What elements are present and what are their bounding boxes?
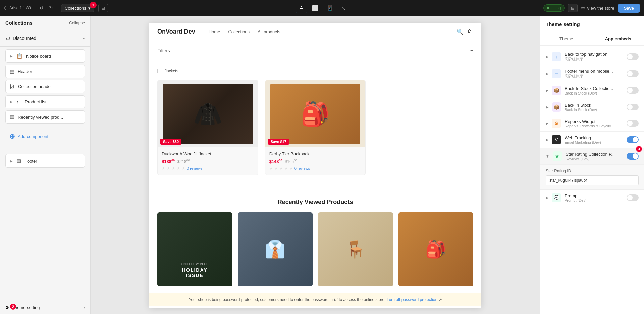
embed-expand-icon: ▼	[546, 154, 549, 158]
cart-nav-icon[interactable]: 🛍	[468, 28, 473, 35]
filters-toggle[interactable]: −	[470, 48, 473, 54]
discounted-chevron-icon: ▾	[83, 36, 85, 41]
prompt-icon: 💬	[552, 193, 561, 202]
star-rating-id-label: Star Rating ID	[546, 169, 639, 173]
nav-link-home[interactable]: Home	[209, 29, 220, 34]
footer-menu-mobile-icon: ☰	[552, 69, 561, 78]
sidebar-item-notice-board[interactable]: ▶ 📋 Notice board	[5, 49, 85, 63]
sidebar-items: ▶ 📋 Notice board ▤ Header 🖼 Collection h…	[0, 47, 90, 126]
recent-card-4[interactable]: 🎒	[398, 212, 474, 286]
recently-viewed-label: Recently viewed prod...	[18, 115, 63, 120]
product-price-2: $14800 $16500	[269, 159, 362, 164]
right-panel: Theme setting Theme App embeds ▶ ↑ Back …	[540, 16, 644, 314]
notice-board-icon: 📋	[16, 53, 23, 59]
sidebar-item-header[interactable]: ▤ Header	[5, 65, 85, 78]
discounted-header[interactable]: 🏷 Discounted ▾	[5, 34, 85, 43]
star5: ★	[182, 166, 185, 171]
save-button[interactable]: Save	[618, 4, 640, 13]
embed-star-rating-text: Star Rating Collection P... Reviews (Dev…	[566, 152, 623, 161]
add-icon: ⊕	[9, 132, 15, 140]
undo-button[interactable]: ↺	[38, 4, 46, 12]
embed-expand-icon: ▶	[546, 121, 548, 126]
collection-header-icon: 🖼	[10, 84, 15, 89]
tab-app-embeds[interactable]: App embeds	[592, 33, 644, 45]
recent-card-3[interactable]: 🪑	[318, 212, 393, 286]
back-in-stock-collection-toggle[interactable]	[627, 87, 639, 94]
app-icon: ⬡	[4, 6, 7, 10]
product-image-2: Save $17	[265, 80, 366, 147]
theme-setting-button[interactable]: ⚙ 2 Theme setting ›	[0, 301, 90, 314]
reperks-toggle[interactable]	[627, 120, 639, 127]
embed-expand-icon: ▶	[546, 72, 548, 76]
sidebar-item-recently-viewed[interactable]: ▤ Recently viewed prod...	[5, 110, 85, 124]
theme-setting-badge: 2	[10, 304, 16, 310]
web-tracking-toggle[interactable]	[627, 136, 639, 143]
reperks-icon: ⚙	[552, 119, 561, 128]
back-in-stock-icon: 📦	[552, 102, 561, 112]
recent-card-1[interactable]: UNITED BY BLUE HOLIDAYISSUE	[157, 212, 232, 286]
embed-reperks[interactable]: ▶ ⚙ Reperks Widget Reperks: Rewards & Lo…	[540, 115, 644, 132]
sidebar-item-collection-header[interactable]: 🖼 Collection header	[5, 80, 85, 93]
discounted-section: 🏷 Discounted ▾	[0, 30, 90, 47]
save-badge-1: Save $30	[160, 139, 181, 145]
product-card-1[interactable]: Save $30 Duckworth Woolfill Jacket $1880…	[157, 80, 258, 175]
store-logo: OnVoard Dev	[157, 28, 195, 35]
notice-board-label: Notice board	[26, 54, 51, 59]
undo-redo-group: ↺ ↻	[38, 4, 55, 12]
device-responsive-button[interactable]: ⤡	[339, 3, 348, 13]
embed-back-in-stock[interactable]: ▶ 📦 Back In Stock Back In Stock (Dev)	[540, 99, 644, 115]
nav-link-collections[interactable]: Collections	[228, 29, 250, 34]
star-rating-id-input[interactable]	[546, 175, 639, 185]
search-nav-icon[interactable]: 🔍	[457, 28, 463, 35]
nav-link-all-products[interactable]: All products	[258, 29, 280, 34]
embed-web-tracking[interactable]: ▶ V Web Tracking Email Marketing (Dev)	[540, 132, 644, 148]
device-tablet-button[interactable]: ⬜	[309, 3, 321, 13]
sidebar-item-footer[interactable]: ▶ ▤ Footer	[5, 154, 85, 168]
external-link-icon: ↗	[439, 297, 442, 302]
multi-select-button[interactable]: ⊞	[98, 4, 108, 12]
footer-menu-mobile-toggle[interactable]	[627, 70, 639, 77]
product-price-1: $18800 $21800	[162, 159, 254, 164]
prompt-toggle[interactable]	[627, 194, 639, 201]
embed-back-to-top[interactable]: ▶ ↑ Back to top navigation 高阶组件库	[540, 48, 644, 65]
view-store-button[interactable]: 👁 View the store	[581, 6, 614, 11]
recently-viewed-grid: UNITED BY BLUE HOLIDAYISSUE 👔 🪑 🎒	[157, 212, 473, 286]
device-desktop-button[interactable]: 🖥	[296, 3, 307, 13]
reviews-link-1[interactable]: 0 reviews	[187, 166, 202, 170]
app-title: ⬡ Arise 1.1.89	[4, 6, 31, 10]
template-badge: 1	[90, 2, 97, 8]
template-selector[interactable]: Collections ▾ 1	[61, 4, 94, 12]
embed-back-in-stock-collection[interactable]: ▶ 📦 Back-In-Stock Collectio... Back In S…	[540, 82, 644, 99]
star-rating-icon: ★	[553, 151, 562, 161]
device-mobile-button[interactable]: 📱	[324, 3, 336, 13]
add-component-button[interactable]: ⊕ Add component	[5, 129, 85, 144]
product-list-label: Product list	[25, 99, 46, 104]
recent-card-2[interactable]: 👔	[238, 212, 313, 286]
header-icon: ▤	[10, 68, 14, 74]
reviews-link-2[interactable]: 0 reviews	[294, 166, 310, 170]
collapse-button[interactable]: Collapse	[69, 21, 85, 25]
tab-theme[interactable]: Theme	[540, 33, 592, 45]
eye-icon: 👁	[581, 6, 585, 11]
product-name-1: Duckworth Woolfill Jacket	[162, 151, 254, 156]
filter-jackets-checkbox[interactable]	[157, 69, 162, 73]
share-button[interactable]: ⊞	[568, 4, 578, 12]
footer-section: ▶ ▤ Footer	[0, 149, 90, 170]
stars-1: ★ ★ ★ ★ ★ 0 reviews	[162, 166, 254, 171]
star1: ★	[162, 166, 165, 171]
product-info-1: Duckworth Woolfill Jacket $18800 $21800	[158, 147, 258, 175]
embed-star-rating[interactable]: ▼ ★ Star Rating Collection P... Reviews …	[540, 148, 644, 165]
embed-prompt[interactable]: ▶ 💬 Prompt Prompt (Dev)	[540, 190, 644, 206]
embed-expand-icon: ▶	[546, 105, 548, 109]
back-to-top-toggle[interactable]	[627, 53, 639, 60]
back-in-stock-toggle[interactable]	[627, 104, 639, 110]
password-link[interactable]: Turn off password protection	[387, 297, 437, 302]
product-card-2[interactable]: Save $17 Derby Tier Backpack $14800 $165…	[265, 80, 366, 175]
sidebar-item-product-list[interactable]: ▶ 🏷 Product list	[5, 95, 85, 108]
embed-footer-menu-mobile[interactable]: ▶ ☰ Footer menu on mobile... 高阶组件库	[540, 65, 644, 82]
redo-button[interactable]: ↻	[47, 4, 55, 12]
store-nav-links: Home Collections All products	[209, 29, 280, 34]
star-rating-toggle[interactable]	[627, 153, 639, 160]
store-nav: OnVoard Dev Home Collections All product…	[149, 23, 481, 41]
back-in-stock-collection-icon: 📦	[552, 86, 561, 95]
